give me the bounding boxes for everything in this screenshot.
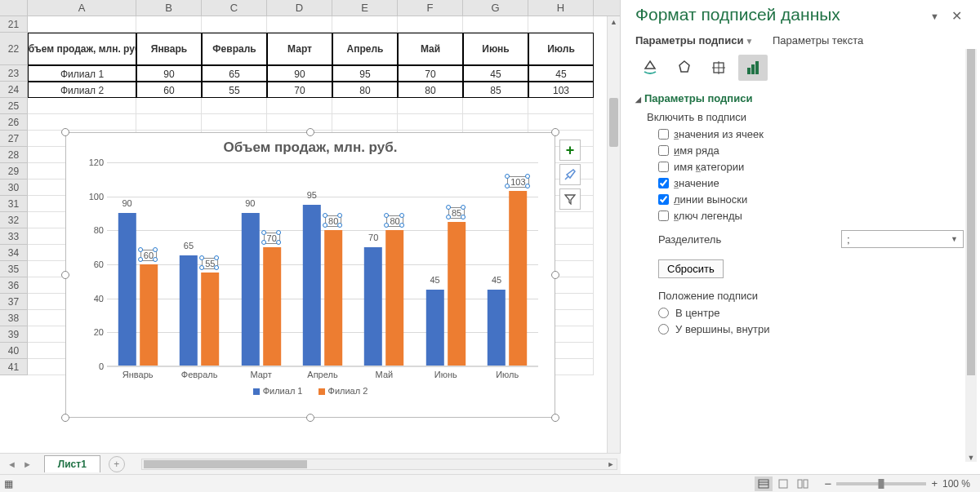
row-header-23[interactable]: 23 xyxy=(0,65,28,82)
view-normal-icon[interactable] xyxy=(755,476,773,491)
zoom-in-button[interactable]: + xyxy=(931,477,938,490)
cell-H26[interactable] xyxy=(528,114,594,131)
cell-A23[interactable]: Филиал 1 xyxy=(28,65,136,82)
zoom-value[interactable]: 100 % xyxy=(942,478,970,490)
chart-object[interactable]: Объем продаж, млн. руб. 0204060801001209… xyxy=(65,132,555,418)
resize-handle[interactable] xyxy=(551,271,559,279)
add-sheet-button[interactable]: + xyxy=(109,456,125,472)
row-header-31[interactable]: 31 xyxy=(0,196,28,212)
data-label[interactable]: 45 xyxy=(492,275,501,285)
cell-H22[interactable]: Июль xyxy=(528,33,594,65)
col-header-D[interactable]: D xyxy=(267,0,332,16)
row-header-24[interactable]: 24 xyxy=(0,82,28,98)
checkbox-leader-lines[interactable]: линии выноски xyxy=(658,193,964,206)
row-header-40[interactable]: 40 xyxy=(0,343,28,359)
row-header-36[interactable]: 36 xyxy=(0,277,28,294)
cell-B24[interactable]: 60 xyxy=(136,82,202,98)
row-header-25[interactable]: 25 xyxy=(0,98,28,114)
col-header-H[interactable]: H xyxy=(528,0,594,16)
cell-F21[interactable] xyxy=(398,16,463,33)
chart-styles-button[interactable] xyxy=(559,164,581,185)
scroll-thumb[interactable] xyxy=(609,98,618,147)
cell-G26[interactable] xyxy=(463,114,528,131)
row-header-38[interactable]: 38 xyxy=(0,310,28,326)
select-all-corner[interactable] xyxy=(0,0,28,16)
row-header-41[interactable]: 41 xyxy=(0,359,28,375)
row-header-26[interactable]: 26 xyxy=(0,114,28,131)
col-header-G[interactable]: G xyxy=(463,0,528,16)
data-label[interactable]: 55 xyxy=(202,258,218,269)
chart-filter-button[interactable] xyxy=(559,188,581,210)
sheet-nav[interactable]: ◄► xyxy=(0,458,39,471)
size-properties-icon[interactable] xyxy=(704,55,733,81)
data-label[interactable]: 45 xyxy=(430,275,439,285)
cell-E21[interactable] xyxy=(332,16,398,33)
record-macro-icon[interactable]: ▦ xyxy=(0,478,16,490)
cell-G23[interactable]: 45 xyxy=(463,65,528,82)
cell-B21[interactable] xyxy=(136,16,202,33)
data-label[interactable]: 103 xyxy=(507,176,528,188)
cell-A26[interactable] xyxy=(28,114,136,131)
cell-G24[interactable]: 85 xyxy=(463,82,528,98)
tab-text-options[interactable]: Параметры текста xyxy=(773,34,863,47)
pane-close-button[interactable]: ✕ xyxy=(951,8,962,24)
cell-E22[interactable]: Апрель xyxy=(332,33,398,65)
data-label[interactable]: 90 xyxy=(122,198,131,208)
chart-add-element-button[interactable]: + xyxy=(559,140,581,161)
cell-A21[interactable] xyxy=(28,16,136,33)
resize-handle[interactable] xyxy=(306,414,314,422)
cell-G21[interactable] xyxy=(463,16,528,33)
cell-H21[interactable] xyxy=(528,16,594,33)
cell-A24[interactable]: Филиал 2 xyxy=(28,82,136,98)
col-header-B[interactable]: B xyxy=(136,0,202,16)
separator-dropdown[interactable]: ;▼ xyxy=(841,230,964,248)
checkbox-legend-key[interactable]: ключ легенды xyxy=(658,210,964,222)
row-header-29[interactable]: 29 xyxy=(0,163,28,180)
cell-D25[interactable] xyxy=(267,98,332,114)
radio-center[interactable]: В центре xyxy=(658,307,964,319)
data-label[interactable]: 65 xyxy=(184,241,194,250)
col-header-C[interactable]: C xyxy=(202,0,267,16)
resize-handle[interactable] xyxy=(306,128,314,136)
col-header-E[interactable]: E xyxy=(332,0,398,16)
cell-D21[interactable] xyxy=(267,16,332,33)
view-page-layout-icon[interactable] xyxy=(774,476,792,491)
data-label[interactable]: 85 xyxy=(448,207,465,219)
effects-icon[interactable] xyxy=(670,55,699,81)
cell-C24[interactable]: 55 xyxy=(202,82,267,98)
cell-H25[interactable] xyxy=(528,98,594,114)
cell-D22[interactable]: Март xyxy=(267,33,332,65)
col-header-A[interactable]: A xyxy=(28,0,136,16)
label-options-icon[interactable] xyxy=(738,55,768,81)
checkbox-value[interactable]: значение xyxy=(658,177,964,189)
data-label[interactable]: 60 xyxy=(140,250,157,261)
row-header-35[interactable]: 35 xyxy=(0,261,28,277)
data-label[interactable]: 90 xyxy=(245,198,255,208)
resize-handle[interactable] xyxy=(551,414,559,422)
resize-handle[interactable] xyxy=(551,128,559,136)
pane-options-dropdown-icon[interactable]: ▼ xyxy=(930,11,939,21)
data-label[interactable]: 95 xyxy=(307,190,317,200)
panel-scrollbar[interactable]: ▼ xyxy=(965,49,977,462)
cell-E24[interactable]: 80 xyxy=(332,82,398,98)
cell-E25[interactable] xyxy=(332,98,398,114)
cell-F25[interactable] xyxy=(398,98,463,114)
checkbox-values-from-cells[interactable]: значения из ячеек xyxy=(658,128,964,140)
zoom-out-button[interactable]: − xyxy=(825,476,832,490)
resize-handle[interactable] xyxy=(61,128,69,136)
data-label[interactable]: 70 xyxy=(264,233,280,244)
row-header-28[interactable]: 28 xyxy=(0,147,28,163)
data-label[interactable]: 80 xyxy=(386,215,403,227)
cell-F22[interactable]: Май xyxy=(398,33,463,65)
cell-G25[interactable] xyxy=(463,98,528,114)
row-header-27[interactable]: 27 xyxy=(0,131,28,147)
cell-F23[interactable]: 70 xyxy=(398,65,463,82)
chart-plot-area[interactable]: 0204060801001209060655590709580708045854… xyxy=(107,162,538,366)
data-label[interactable]: 70 xyxy=(368,233,378,242)
cell-F24[interactable]: 80 xyxy=(398,82,463,98)
chart-legend[interactable]: Филиал 1 Филиал 2 xyxy=(66,386,555,396)
horizontal-scrollbar[interactable]: ◄► xyxy=(141,459,617,470)
cell-C23[interactable]: 65 xyxy=(202,65,267,82)
cell-B23[interactable]: 90 xyxy=(136,65,202,82)
cell-H24[interactable]: 103 xyxy=(528,82,594,98)
